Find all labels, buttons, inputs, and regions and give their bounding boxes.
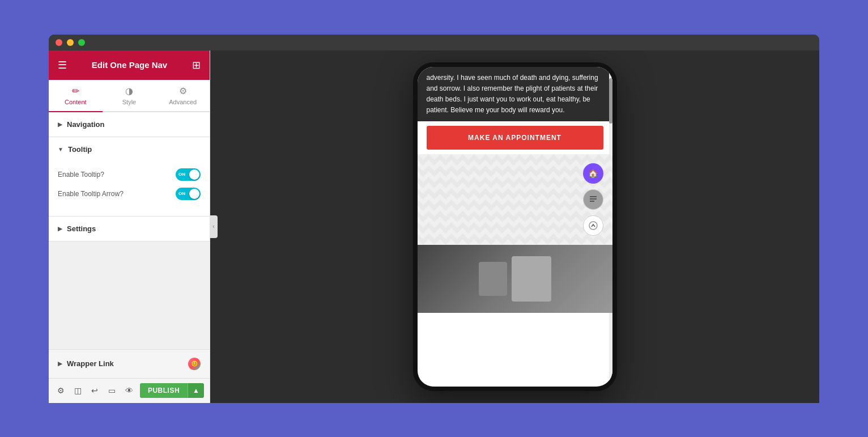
tooltip-label: Tooltip bbox=[68, 145, 92, 154]
panel-header: ☰ Edit One Page Nav ⊞ bbox=[49, 50, 210, 80]
undo-icon: ↩ bbox=[91, 386, 98, 395]
publish-button[interactable]: PUBLISH bbox=[140, 383, 188, 398]
tabs-bar: ✏ Content ◑ Style ⚙ Advanced bbox=[49, 80, 210, 112]
eye-icon: 👁 bbox=[125, 386, 133, 395]
navigation-header[interactable]: ▶ Navigation bbox=[49, 112, 210, 137]
cta-button[interactable]: MAKE AN APPOINTMENT bbox=[427, 126, 603, 150]
settings-toolbar-icon[interactable]: ⚙ bbox=[54, 383, 67, 398]
enable-tooltip-arrow-label: Enable Tooltip Arrow? bbox=[58, 190, 124, 198]
photo-inner bbox=[418, 245, 612, 313]
left-panel: ☰ Edit One Page Nav ⊞ ✏ Content ◑ Style … bbox=[49, 50, 210, 403]
tab-advanced-label: Advanced bbox=[169, 99, 197, 105]
tooltip-header[interactable]: ▼ Tooltip bbox=[49, 137, 210, 162]
maximize-dot[interactable] bbox=[78, 39, 85, 46]
close-dot[interactable] bbox=[56, 39, 62, 46]
enable-tooltip-arrow-row: Enable Tooltip Arrow? ON bbox=[58, 188, 201, 200]
svg-rect-2 bbox=[590, 201, 594, 202]
tab-style[interactable]: ◑ Style bbox=[103, 80, 156, 112]
hamburger-icon[interactable]: ☰ bbox=[58, 59, 67, 71]
navigation-section: ▶ Navigation bbox=[49, 112, 210, 137]
app-window: ☰ Edit One Page Nav ⊞ ✏ Content ◑ Style … bbox=[49, 35, 819, 403]
phone-photo-section bbox=[418, 245, 612, 313]
navigation-label: Navigation bbox=[67, 120, 104, 129]
tab-content[interactable]: ✏ Content bbox=[49, 80, 103, 112]
scroll-up-nav-button[interactable] bbox=[583, 215, 603, 236]
bottom-toolbar: ⚙ ◫ ↩ ▭ 👁 PUBLISH ▲ bbox=[49, 378, 210, 403]
panel-spacer bbox=[49, 241, 210, 349]
dynamic-icon: 😊 bbox=[188, 358, 201, 370]
wrapper-link-header[interactable]: ▶ Wrapper Link 😊 bbox=[49, 350, 210, 378]
enable-tooltip-row: Enable Tooltip? ON bbox=[58, 168, 201, 181]
wrapper-link-left: ▶ Wrapper Link bbox=[58, 359, 114, 368]
tab-style-label: Style bbox=[122, 99, 136, 105]
svg-point-3 bbox=[589, 222, 597, 230]
home-nav-button[interactable]: 🏠 bbox=[583, 163, 603, 184]
phone-nav-section: 🏠 bbox=[418, 154, 612, 245]
history-toolbar-icon[interactable]: ↩ bbox=[88, 383, 101, 398]
advanced-icon: ⚙ bbox=[179, 86, 187, 96]
wrapper-link-section: ▶ Wrapper Link 😊 bbox=[49, 349, 210, 378]
phone-mockup: adversity. I have seen much of death and… bbox=[413, 62, 617, 391]
scrollbar-thumb bbox=[609, 78, 612, 124]
profile-nav-button[interactable] bbox=[583, 189, 603, 210]
layers-toolbar-icon[interactable]: ◫ bbox=[71, 383, 84, 398]
settings-label: Settings bbox=[67, 224, 96, 233]
minimize-dot[interactable] bbox=[67, 39, 74, 46]
style-icon: ◑ bbox=[125, 86, 133, 96]
content-icon: ✏ bbox=[72, 86, 79, 96]
tooltip-section: ▼ Tooltip Enable Tooltip? ON bbox=[49, 137, 210, 217]
settings-chevron: ▶ bbox=[58, 226, 62, 232]
enable-tooltip-label: Enable Tooltip? bbox=[58, 171, 104, 179]
layers-icon: ◫ bbox=[74, 386, 82, 395]
svg-rect-1 bbox=[590, 198, 597, 200]
settings-header[interactable]: ▶ Settings bbox=[49, 217, 210, 241]
window-body: ☰ Edit One Page Nav ⊞ ✏ Content ◑ Style … bbox=[49, 50, 819, 403]
titlebar bbox=[49, 35, 819, 50]
tab-content-label: Content bbox=[65, 99, 87, 105]
panel-collapse-handle[interactable]: ‹ bbox=[210, 215, 218, 238]
wrapper-link-label: Wrapper Link bbox=[67, 359, 114, 368]
mobile-icon: ▭ bbox=[108, 386, 116, 395]
enable-tooltip-arrow-toggle[interactable]: ON bbox=[176, 188, 201, 200]
panel-title: Edit One Page Nav bbox=[92, 60, 167, 70]
phone-content: adversity. I have seen much of death and… bbox=[418, 67, 612, 387]
preview-text-block: adversity. I have seen much of death and… bbox=[418, 67, 612, 122]
publish-group: PUBLISH ▲ bbox=[140, 383, 204, 398]
publish-arrow-button[interactable]: ▲ bbox=[188, 383, 204, 398]
tooltip-content: Enable Tooltip? ON Enable Tooltip Arrow? bbox=[49, 162, 210, 216]
preview-area: adversity. I have seen much of death and… bbox=[210, 50, 819, 403]
tab-advanced[interactable]: ⚙ Advanced bbox=[156, 80, 210, 112]
navigation-chevron: ▶ bbox=[58, 121, 62, 128]
preview-toolbar-icon[interactable]: 👁 bbox=[123, 383, 135, 398]
settings-gear-icon: ⚙ bbox=[57, 386, 65, 395]
svg-rect-0 bbox=[590, 196, 597, 197]
settings-section: ▶ Settings bbox=[49, 217, 210, 241]
enable-tooltip-toggle[interactable]: ON bbox=[176, 168, 201, 181]
phone-screen: adversity. I have seen much of death and… bbox=[418, 67, 612, 387]
tooltip-chevron: ▼ bbox=[58, 146, 63, 152]
wrapper-link-chevron: ▶ bbox=[58, 360, 62, 367]
grid-icon[interactable]: ⊞ bbox=[192, 59, 201, 71]
preview-text: adversity. I have seen much of death and… bbox=[427, 73, 603, 116]
device-toolbar-icon[interactable]: ▭ bbox=[106, 383, 118, 398]
